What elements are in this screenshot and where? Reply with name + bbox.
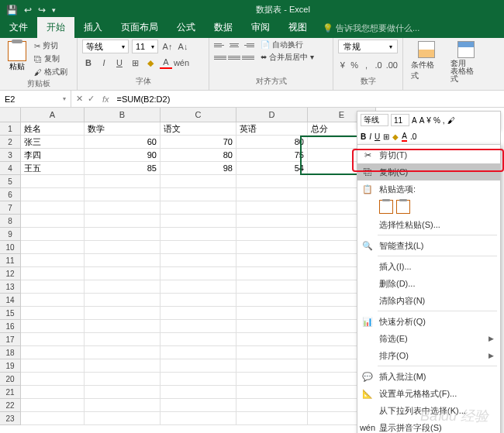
cell[interactable] <box>21 386 85 399</box>
cell[interactable] <box>236 399 308 412</box>
alignment-grid[interactable] <box>214 40 254 63</box>
column-header[interactable]: C <box>161 108 236 122</box>
cell[interactable] <box>161 267 236 280</box>
cell[interactable] <box>236 307 308 320</box>
cell[interactable] <box>236 320 308 333</box>
percent-button[interactable]: % <box>350 59 358 71</box>
underline-button[interactable]: U <box>113 57 126 69</box>
cell[interactable]: 60 <box>85 136 161 149</box>
cell[interactable] <box>85 241 161 254</box>
row-header[interactable]: 1 <box>0 122 21 136</box>
row-header[interactable]: 6 <box>0 188 21 201</box>
cell[interactable] <box>21 280 85 294</box>
column-header[interactable]: D <box>236 108 308 122</box>
cell[interactable] <box>85 215 161 228</box>
row-header[interactable]: 14 <box>0 294 21 307</box>
ctx-clear[interactable]: 清除内容(N) <box>357 292 500 309</box>
cell[interactable] <box>21 175 85 188</box>
increase-font-icon[interactable]: A↑ <box>161 40 174 53</box>
ctx-insert[interactable]: 插入(I)... <box>357 258 500 275</box>
tab-home[interactable]: 开始 <box>37 17 74 38</box>
cell[interactable] <box>85 359 161 373</box>
decrease-decimal-button[interactable]: .00 <box>386 59 398 71</box>
tab-review[interactable]: 审阅 <box>242 17 279 38</box>
cell[interactable] <box>161 399 236 412</box>
cell[interactable] <box>85 346 161 359</box>
cut-button[interactable]: ✂剪切 <box>33 40 69 52</box>
border-button[interactable]: ⊞ <box>129 57 141 69</box>
cell[interactable]: 英语 <box>236 122 308 136</box>
paste-option-all[interactable] <box>379 200 393 214</box>
row-header[interactable]: 3 <box>0 149 21 162</box>
cell[interactable] <box>161 333 236 346</box>
undo-icon[interactable]: ↩ <box>24 5 32 15</box>
copy-button[interactable]: ⿻复制 <box>33 53 69 65</box>
mini-italic-button[interactable]: I <box>369 132 371 141</box>
cell[interactable] <box>236 188 308 201</box>
cell[interactable] <box>21 307 85 320</box>
row-header[interactable]: 13 <box>0 280 21 294</box>
save-icon[interactable]: 💾 <box>6 5 18 15</box>
cell[interactable] <box>85 386 161 399</box>
cell[interactable] <box>85 399 161 412</box>
cell[interactable] <box>21 254 85 267</box>
cell[interactable] <box>236 280 308 294</box>
row-header[interactable]: 17 <box>0 333 21 346</box>
cell[interactable] <box>161 188 236 201</box>
cell[interactable]: 80 <box>236 136 308 149</box>
tab-view[interactable]: 视图 <box>279 17 316 38</box>
cell[interactable] <box>236 386 308 399</box>
paste-button[interactable]: 粘贴 <box>5 40 29 78</box>
name-box[interactable]: E2▾ <box>0 91 71 107</box>
mini-font-select[interactable]: 等线 <box>361 114 388 126</box>
cell[interactable] <box>21 399 85 412</box>
cell[interactable] <box>21 201 85 215</box>
ctx-paste-special[interactable]: 选择性粘贴(S)... <box>357 216 500 233</box>
ctx-sort[interactable]: 排序(O)▶ <box>357 347 500 364</box>
cell[interactable] <box>161 320 236 333</box>
wrap-text-button[interactable]: 📄 自动换行 <box>261 40 314 50</box>
row-header[interactable]: 23 <box>0 412 21 425</box>
cell[interactable] <box>161 215 236 228</box>
tab-layout[interactable]: 页面布局 <box>112 17 167 38</box>
row-header[interactable]: 16 <box>0 320 21 333</box>
cell[interactable] <box>236 346 308 359</box>
cell[interactable]: 张三 <box>21 136 85 149</box>
row-header[interactable]: 10 <box>0 241 21 254</box>
cell[interactable] <box>236 228 308 241</box>
mini-underline-button[interactable]: U <box>375 132 380 141</box>
row-header[interactable]: 9 <box>0 228 21 241</box>
cell[interactable] <box>236 333 308 346</box>
pinyin-button[interactable]: wén <box>175 57 188 69</box>
cell[interactable] <box>236 412 308 425</box>
cell[interactable] <box>21 188 85 201</box>
cell[interactable]: 54 <box>236 162 308 175</box>
cell[interactable] <box>161 359 236 373</box>
row-header[interactable]: 5 <box>0 175 21 188</box>
fx-icon[interactable]: fx <box>99 95 112 104</box>
ctx-format-cells[interactable]: 📐设置单元格格式(F)... <box>357 385 500 402</box>
tab-file[interactable]: 文件 <box>0 17 37 38</box>
cell[interactable] <box>21 333 85 346</box>
cell[interactable] <box>85 228 161 241</box>
mini-fill-button[interactable]: ◆ <box>392 132 399 141</box>
row-header[interactable]: 22 <box>0 399 21 412</box>
mini-brush-icon[interactable]: 🖌 <box>447 116 455 125</box>
cell[interactable] <box>21 215 85 228</box>
cell[interactable] <box>161 201 236 215</box>
cell[interactable] <box>21 359 85 373</box>
row-header[interactable]: 2 <box>0 136 21 149</box>
mini-comma-icon[interactable]: , <box>443 116 445 125</box>
cell[interactable]: 90 <box>85 149 161 162</box>
cell[interactable] <box>161 412 236 425</box>
cell[interactable]: 王五 <box>21 162 85 175</box>
mini-font-color-button[interactable]: A <box>402 132 407 142</box>
cell[interactable] <box>161 386 236 399</box>
mini-percent-icon[interactable]: % <box>433 116 440 125</box>
cell[interactable] <box>21 228 85 241</box>
cell[interactable]: 李四 <box>21 149 85 162</box>
cell[interactable]: 数学 <box>85 122 161 136</box>
font-size-select[interactable]: 11 ▾ <box>132 40 158 53</box>
row-header[interactable]: 15 <box>0 307 21 320</box>
qat-dropdown-icon[interactable]: ▾ <box>52 6 56 14</box>
